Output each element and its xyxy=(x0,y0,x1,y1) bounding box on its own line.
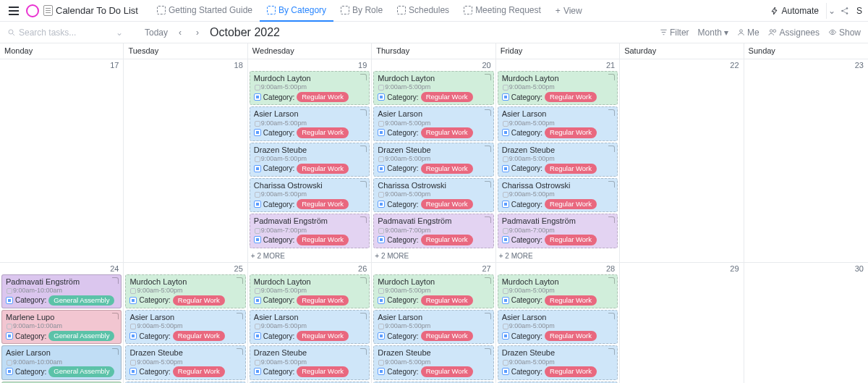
category-label: Category: xyxy=(511,128,542,138)
tab-meeting-request[interactable]: Meeting Request xyxy=(456,0,548,22)
svg-point-7 xyxy=(832,31,834,33)
event-card[interactable]: Murdoch Layton9:00am-5:00pmCategory:Regu… xyxy=(250,71,370,105)
day-cell[interactable]: 27Murdoch Layton9:00am-5:00pmCategory:Re… xyxy=(372,263,495,383)
tab-label: Meeting Request xyxy=(475,5,541,15)
search-input[interactable] xyxy=(19,28,91,38)
event-card[interactable]: Murdoch Layton9:00am-5:00pmCategory:Regu… xyxy=(125,274,245,308)
event-card[interactable]: Drazen Steube9:00am-5:00pmCategory:Regul… xyxy=(373,345,493,379)
more-events[interactable]: + 2 MORE xyxy=(248,250,371,262)
tab-label: Schedules xyxy=(409,5,449,15)
tab-label: Getting Started Guide xyxy=(169,5,252,15)
event-card[interactable]: Murdoch Layton9:00am-5:00pmCategory:Regu… xyxy=(498,274,618,308)
event-card[interactable]: Asier Larson9:00am-5:00pmCategory:Regula… xyxy=(125,310,245,344)
day-cell[interactable]: 30 xyxy=(744,263,868,383)
prev-month[interactable]: ‹ xyxy=(175,28,185,38)
event-card[interactable]: Padmavati Engström9:00am-7:00pmCategory:… xyxy=(250,214,370,248)
month-switch[interactable]: Month ▾ xyxy=(698,28,728,38)
category-label: Category: xyxy=(511,367,542,376)
event-time: 9:00am-5:00pm xyxy=(254,322,367,331)
day-cell[interactable]: 25Murdoch Layton9:00am-5:00pmCategory:Re… xyxy=(124,263,247,383)
event-title: Murdoch Layton xyxy=(129,277,242,287)
category-label: Category: xyxy=(263,332,294,341)
month-label: October 2022 xyxy=(210,26,280,39)
day-cell[interactable]: 17 xyxy=(0,59,124,262)
recurring-icon xyxy=(237,277,243,284)
event-title: Asier Larson xyxy=(254,312,367,322)
category-pill: Regular Work xyxy=(545,127,597,138)
next-month[interactable]: › xyxy=(192,28,203,38)
event-card[interactable]: Drazen Steube9:00am-5:00pmCategory:Regul… xyxy=(373,143,493,177)
event-card[interactable]: Drazen Steube9:00am-5:00pmCategory:Regul… xyxy=(250,143,370,177)
day-cell[interactable]: 21Murdoch Layton9:00am-5:00pmCategory:Re… xyxy=(496,59,620,262)
event-card[interactable]: Drazen Steube9:00am-5:00pmCategory:Regul… xyxy=(498,345,618,379)
day-cell[interactable]: 22 xyxy=(620,59,744,262)
event-card[interactable]: Murdoch Layton9:00am-5:00pmCategory:Regu… xyxy=(250,274,370,308)
share-label[interactable]: S xyxy=(856,6,862,16)
day-cell[interactable]: 18 xyxy=(124,59,247,262)
event-card[interactable]: Asier Larson9:00am-5:00pmCategory:Regula… xyxy=(373,106,493,140)
event-card[interactable]: Asier Larson9:00am-5:00pmCategory:Regula… xyxy=(250,310,370,344)
today-button[interactable]: Today xyxy=(145,28,168,38)
category-icon xyxy=(129,332,137,340)
day-cell[interactable]: 29 xyxy=(620,263,744,383)
tab-getting-started[interactable]: Getting Started Guide xyxy=(150,0,260,22)
event-title: Drazen Steube xyxy=(254,348,367,358)
event-card[interactable]: Padmavati Engström9:00am-7:00pmCategory:… xyxy=(373,214,493,248)
recurring-icon xyxy=(485,277,491,284)
show-button[interactable]: Show xyxy=(828,28,861,38)
event-card[interactable]: Drazen Steube9:00am-5:00pmCategory:Regul… xyxy=(250,345,370,379)
event-card[interactable]: Murdoch Layton9:00am-5:00pmCategory:Regu… xyxy=(498,71,618,105)
event-title: Asier Larson xyxy=(378,109,490,119)
event-card[interactable]: Asier Larson9:00am-5:00pmCategory:Regula… xyxy=(250,106,370,140)
category-label: Category: xyxy=(263,295,294,305)
day-cell[interactable]: 23 xyxy=(744,59,868,262)
event-card[interactable]: Charissa Ostrowski9:00am-5:00pmCategory:… xyxy=(498,178,618,212)
event-card[interactable]: Asier Larson9:00am-5:00pmCategory:Regula… xyxy=(373,310,493,344)
event-card[interactable]: Murdoch Layton9:00am-5:00pmCategory:Regu… xyxy=(373,71,493,105)
event-card[interactable]: Charissa Ostrowski9:00am-5:00pmCategory:… xyxy=(373,178,493,212)
event-card[interactable]: Charissa Ostrowski9:00am-5:00pmCategory:… xyxy=(250,178,370,212)
share-icon[interactable] xyxy=(841,7,849,15)
assignees-button[interactable]: Assignees xyxy=(768,28,820,38)
more-events[interactable]: + 2 MORE xyxy=(496,250,619,262)
more-events[interactable]: + 2 MORE xyxy=(372,250,495,262)
event-time: 9:00am-5:00pm xyxy=(378,190,490,199)
day-cell[interactable]: 26Murdoch Layton9:00am-5:00pmCategory:Re… xyxy=(248,263,372,383)
event-card[interactable]: Padmavati Engström9:00am-7:00pmCategory:… xyxy=(498,214,618,248)
filter-button[interactable]: Filter xyxy=(660,28,689,38)
day-cell[interactable]: 20Murdoch Layton9:00am-5:00pmCategory:Re… xyxy=(372,59,495,262)
tab-by-role[interactable]: By Role xyxy=(333,0,390,22)
day-cell[interactable]: 24Padmavati Engström9:00am-10:00amCatego… xyxy=(0,263,124,383)
event-time: 9:00am-5:00pm xyxy=(129,358,242,367)
event-card[interactable]: Marlene Lupo9:00am-10:00amCategory:Gener… xyxy=(1,310,122,344)
category-icon xyxy=(129,368,137,375)
event-time: 9:00am-5:00pm xyxy=(502,83,615,92)
event-category-row: Category:Regular Work xyxy=(378,295,490,306)
me-button[interactable]: Me xyxy=(737,28,760,38)
event-card[interactable]: Padmavati Engström9:00am-10:00amCategory… xyxy=(1,274,122,308)
tab-schedules[interactable]: Schedules xyxy=(390,0,456,22)
category-label: Category: xyxy=(263,93,294,102)
tab-by-category[interactable]: By Category xyxy=(260,0,333,22)
day-number: 26 xyxy=(248,263,371,274)
search-dropdown[interactable]: ⌄ xyxy=(116,28,123,38)
event-category-row: Category:Regular Work xyxy=(502,92,615,102)
doc-title[interactable]: Calendar To Do List xyxy=(43,5,138,16)
add-view-button[interactable]: +View xyxy=(548,0,590,22)
day-cell[interactable]: 19Murdoch Layton9:00am-5:00pmCategory:Re… xyxy=(248,59,372,262)
event-card[interactable]: Murdoch Layton9:00am-5:00pmCategory:Regu… xyxy=(373,274,493,308)
category-pill: Regular Work xyxy=(421,199,473,209)
automate-chevron[interactable]: ⌄ xyxy=(826,3,833,19)
day-cell[interactable]: 28Murdoch Layton9:00am-5:00pmCategory:Re… xyxy=(496,263,620,383)
category-icon xyxy=(378,297,385,304)
category-pill: Regular Work xyxy=(545,199,597,209)
menu-toggle[interactable] xyxy=(6,3,22,19)
event-category-row: Category:Regular Work xyxy=(254,199,367,209)
event-card[interactable]: Asier Larson9:00am-10:00amCategory:Gener… xyxy=(1,345,122,379)
event-card[interactable]: Asier Larson9:00am-5:00pmCategory:Regula… xyxy=(498,310,618,344)
category-icon xyxy=(378,165,385,172)
automate-button[interactable]: Automate xyxy=(770,6,819,16)
event-card[interactable]: Drazen Steube9:00am-5:00pmCategory:Regul… xyxy=(498,143,618,177)
event-card[interactable]: Asier Larson9:00am-5:00pmCategory:Regula… xyxy=(498,106,618,140)
event-card[interactable]: Drazen Steube9:00am-5:00pmCategory:Regul… xyxy=(125,345,245,379)
